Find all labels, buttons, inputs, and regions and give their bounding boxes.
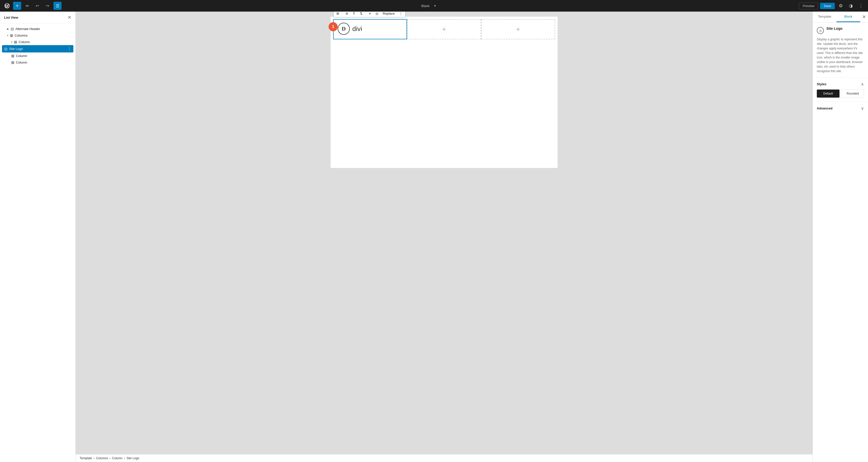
edit-tool-button[interactable]: ✏: [23, 2, 31, 10]
sidebar-item-label: Column: [16, 61, 27, 64]
styles-title: Styles: [817, 82, 827, 86]
right-panel: Template Block ✕ ◎ Site Logo Display a g…: [812, 11, 868, 462]
chevron-down-icon: ▾: [11, 40, 12, 43]
settings-icon[interactable]: ⚙: [837, 2, 845, 10]
sidebar-item-columns[interactable]: ▾ ▦ Columns: [0, 32, 75, 38]
sidebar-item-label: Column: [16, 54, 27, 58]
step-badge: 1: [329, 22, 338, 31]
column-icon: ▦: [11, 60, 14, 64]
add-column-button-2[interactable]: +: [481, 19, 555, 39]
canvas-content: 1 ⊞ ⊖ ⠿ ⇅ ≡ ◎ Replace: [331, 17, 558, 168]
circle-icon[interactable]: ◎: [373, 11, 380, 17]
site-logo-icon: ◎: [4, 47, 7, 51]
advanced-title: Advanced: [817, 106, 832, 110]
block-icon: ▤: [10, 27, 14, 31]
sidebar-item-column-1[interactable]: ▾ ▦ Column: [0, 38, 75, 45]
drag-handle-icon[interactable]: ⠿: [351, 11, 357, 17]
block-info-section: ◎ Site Logo Display a graphic to represe…: [813, 23, 868, 78]
sidebar-header: List View ✕: [0, 11, 75, 24]
panel-tabs-container: Template Block ✕: [813, 11, 868, 23]
advanced-header[interactable]: Advanced ∨: [817, 106, 864, 111]
sidebar-item-label: Columns: [14, 34, 28, 37]
styles-header: Styles ∧: [817, 82, 864, 87]
tab-block[interactable]: Block: [836, 11, 860, 22]
breadcrumb-separator-2: ›: [110, 457, 111, 460]
wordpress-icon: [4, 3, 9, 8]
block-info-content: Site Logo: [827, 27, 842, 32]
breadcrumb-item-column[interactable]: Column: [112, 457, 122, 460]
block-info-title: Site Logo: [827, 27, 842, 31]
list-view-button[interactable]: ☰: [54, 2, 62, 10]
main-layout: List View ✕ ▶ ▤ Alternate Header ▾ ▦ Col…: [0, 11, 868, 462]
logo-block-container: ⊞ ⊖ ⠿ ⇅ ≡ ◎ Replace ⋮: [333, 19, 407, 39]
chevron-down-icon: ▾: [7, 34, 8, 37]
undo-button[interactable]: ↩: [33, 2, 41, 10]
add-block-button[interactable]: +: [13, 2, 21, 10]
more-options-icon[interactable]: ⋮: [857, 2, 865, 10]
sidebar: List View ✕ ▶ ▤ Alternate Header ▾ ▦ Col…: [0, 11, 76, 462]
block-info: ◎ Site Logo: [817, 27, 864, 34]
sidebar-item-site-logo[interactable]: ◎ Site Logo ⋮: [2, 45, 73, 53]
more-options-button[interactable]: ⋮: [397, 11, 404, 17]
theme-toggle-icon[interactable]: ◑: [847, 2, 855, 10]
breadcrumb-item-columns[interactable]: Columns: [96, 457, 108, 460]
sidebar-item-alternate-header[interactable]: ▶ ▤ Alternate Header: [0, 26, 75, 32]
sidebar-item-column-2[interactable]: ▦ Column: [0, 53, 75, 59]
columns-icon: ▦: [10, 33, 13, 37]
move-arrows-icon[interactable]: ⇅: [358, 11, 365, 17]
add-column-button-1[interactable]: +: [407, 19, 481, 39]
sidebar-item-label: Alternate Header: [16, 27, 40, 31]
preview-button[interactable]: Preview: [799, 2, 818, 9]
style-rounded-button[interactable]: Rounded: [841, 90, 864, 98]
style-default-button[interactable]: Default: [817, 90, 839, 98]
wp-logo-icon: [3, 2, 11, 10]
topbar: + ✏ ↩ ↪ ☰ Blank ▾ Preview Save ⚙ ◑ ⋮: [0, 0, 868, 11]
block-toolbar: ⊞ ⊖ ⠿ ⇅ ≡ ◎ Replace ⋮: [334, 11, 405, 17]
chevron-right-icon: ▶: [7, 28, 9, 30]
block-info-description: Display a graphic to represent this site…: [817, 37, 864, 73]
sidebar-item-label: Column: [19, 40, 30, 44]
logo-block: D divi: [334, 20, 406, 38]
styles-row: Default Rounded: [817, 90, 864, 98]
tab-template[interactable]: Template: [813, 11, 836, 22]
replace-button[interactable]: Replace: [381, 11, 397, 17]
sidebar-title: List View: [4, 16, 18, 20]
sidebar-close-button[interactable]: ✕: [68, 14, 71, 20]
breadcrumb-item-site-logo[interactable]: Site Logo: [126, 457, 139, 460]
breadcrumb: Template › Columns › Column › Site Logo: [76, 454, 812, 462]
page-title: Blank: [422, 4, 430, 8]
toolbar-divider-2: [366, 11, 366, 17]
redo-button[interactable]: ↪: [43, 2, 52, 10]
breadcrumb-separator-3: ›: [124, 457, 125, 460]
styles-toggle-button[interactable]: ∧: [861, 82, 864, 87]
block-info-icon: ◎: [817, 27, 824, 34]
breadcrumb-separator: ›: [94, 457, 95, 460]
expand-icon[interactable]: ⊞: [334, 11, 341, 17]
logo-circle: D: [338, 23, 350, 35]
sidebar-item-label: Site Logo: [9, 47, 23, 51]
advanced-section: Advanced ∨: [813, 102, 868, 115]
column-icon: ▦: [11, 54, 14, 58]
topbar-center: Blank ▾: [64, 2, 797, 10]
sidebar-item-column-3[interactable]: ▦ Column: [0, 59, 75, 66]
panel-close-button[interactable]: ✕: [860, 12, 868, 22]
styles-section: Styles ∧ Default Rounded: [813, 78, 868, 102]
advanced-toggle-button[interactable]: ∨: [861, 106, 864, 111]
save-button[interactable]: Save: [820, 3, 835, 9]
canvas: 1 ⊞ ⊖ ⠿ ⇅ ≡ ◎ Replace: [76, 11, 812, 462]
canvas-inner[interactable]: 1 ⊞ ⊖ ⠿ ⇅ ≡ ◎ Replace: [76, 11, 812, 454]
logo-text: divi: [352, 25, 362, 33]
breadcrumb-item-template[interactable]: Template: [80, 457, 92, 460]
minus-icon[interactable]: ⊖: [343, 11, 350, 17]
align-icon[interactable]: ≡: [367, 11, 373, 17]
sidebar-tree: ▶ ▤ Alternate Header ▾ ▦ Columns ▾ ▦ Col…: [0, 24, 75, 462]
page-title-dropdown[interactable]: ▾: [431, 2, 439, 10]
column-icon: ▦: [14, 40, 17, 44]
topbar-right: Preview Save ⚙ ◑ ⋮: [799, 2, 865, 10]
site-logo-options-button[interactable]: ⋮: [67, 47, 71, 51]
